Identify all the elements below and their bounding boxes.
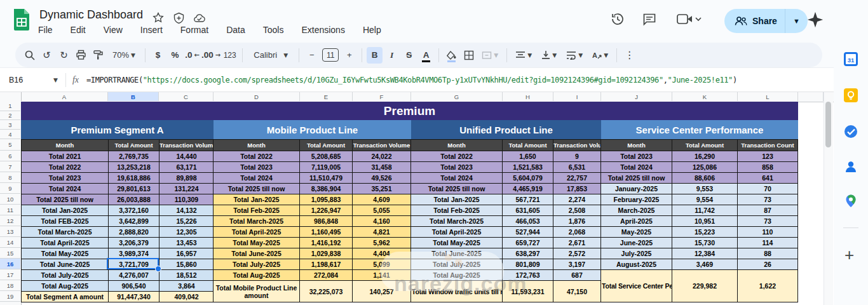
cell[interactable]: 29,801,613 (109, 184, 159, 194)
column-header-F[interactable]: F (353, 92, 411, 101)
cell[interactable]: Total Service Center Performance Amount (601, 270, 672, 302)
font-size-input[interactable]: 11 (322, 48, 339, 62)
column-caption[interactable]: Month (411, 140, 503, 151)
cell[interactable]: Total March-2025 (22, 227, 109, 238)
cell[interactable]: 906,540 (109, 281, 159, 292)
cell[interactable]: 24,022 (353, 151, 411, 162)
cell[interactable]: 659,727 (503, 238, 553, 248)
column-caption[interactable]: Total Amount (300, 140, 353, 151)
cell[interactable]: 32,225,073 (300, 281, 353, 302)
cell[interactable]: 70 (738, 184, 798, 194)
section-header-mobile-product-line[interactable]: Mobile Product Line (214, 120, 411, 139)
cell[interactable]: Total Feb-2025 (411, 205, 503, 216)
cell[interactable]: 466,053 (503, 216, 553, 227)
cell[interactable]: 1,029,838 (300, 248, 353, 259)
cell[interactable]: 73 (738, 194, 798, 205)
cell[interactable]: Total 2022 (214, 151, 300, 162)
cell[interactable]: 5,962 (353, 238, 411, 248)
share-button-main[interactable]: Share (724, 9, 785, 33)
cell[interactable]: Total June-2025 (214, 248, 300, 259)
column-header-D[interactable]: D (214, 92, 300, 101)
keep-icon[interactable] (844, 88, 858, 102)
cell[interactable]: 1,521,583 (503, 162, 553, 173)
cell[interactable]: 2,888,820 (109, 227, 159, 238)
column-caption[interactable]: Total Amount (109, 140, 159, 151)
cell[interactable]: Total 2025 till now (22, 194, 109, 205)
cell[interactable]: February-2025 (601, 194, 672, 205)
cell[interactable]: 6,531 (553, 162, 601, 173)
cell[interactable]: 3,197 (553, 259, 601, 270)
section-header-unified-product-line[interactable]: Unified Product Line (411, 120, 601, 139)
bold-button[interactable]: B (367, 47, 383, 64)
cell[interactable]: Total 2023 (22, 173, 109, 184)
row-header-16[interactable]: 16 (0, 259, 20, 269)
cell[interactable]: 10,951 (672, 216, 738, 227)
row-header-10[interactable]: 10 (0, 194, 20, 205)
cell[interactable]: 4,609 (353, 194, 411, 205)
column-header-J[interactable]: J (601, 92, 672, 101)
column-header-E[interactable]: E (300, 92, 353, 101)
cell[interactable]: 409,042 (159, 292, 214, 302)
format-percent-button[interactable]: % (167, 47, 183, 64)
menu-file[interactable]: File (37, 24, 54, 36)
menu-data[interactable]: Data (225, 24, 247, 36)
cell[interactable]: Total 2023 (214, 162, 300, 173)
text-rotation-button[interactable]: A ▼ (588, 47, 612, 64)
format-currency-button[interactable]: $ (150, 47, 166, 64)
search-button[interactable] (22, 47, 37, 64)
row-header-7[interactable]: 7 (0, 161, 20, 172)
cell[interactable]: 89,898 (159, 173, 214, 184)
cell[interactable]: Total 2025 till now (214, 184, 300, 194)
cell[interactable]: Total July-2025 (22, 270, 109, 281)
decrease-decimal-button[interactable]: .0← (184, 47, 200, 64)
column-header-I[interactable]: I (553, 92, 601, 101)
cell[interactable]: 1,160,495 (300, 227, 353, 238)
column-caption[interactable]: Transaction Count (738, 140, 798, 151)
cell[interactable]: 527,944 (503, 227, 553, 238)
cell[interactable]: 5,604,079 (503, 173, 553, 184)
tasks-icon[interactable] (844, 125, 858, 139)
number-format-button[interactable]: 123 (222, 47, 238, 64)
cell[interactable]: 2,508 (553, 205, 601, 216)
row-header-5[interactable]: 5 (0, 139, 20, 151)
cell[interactable]: Total June-2025 (22, 259, 109, 270)
cell[interactable]: 3,989,374 (109, 248, 159, 259)
cell[interactable]: Total Mobile Product Line amount (214, 281, 300, 302)
column-header-A[interactable]: A (21, 92, 108, 101)
column-header-H[interactable]: H (503, 92, 553, 101)
cell[interactable]: Total 2021 (22, 151, 109, 162)
sheets-logo-icon[interactable] (13, 8, 31, 34)
cell[interactable]: 3,372,160 (109, 205, 159, 216)
cell[interactable]: 2,274 (553, 194, 601, 205)
cell[interactable]: 2,671 (553, 238, 601, 248)
cell[interactable]: Total Segment A amount (22, 292, 109, 302)
vertical-align-button[interactable]: ▼ (537, 47, 561, 64)
meet-camera-icon[interactable] (676, 11, 702, 28)
cell[interactable]: April-2025 (601, 216, 672, 227)
cell[interactable]: Total 2023 (601, 151, 672, 162)
cell[interactable]: August-2025 (601, 259, 672, 270)
font-select[interactable]: Calibri▼ (247, 47, 294, 64)
italic-button[interactable]: I (384, 47, 400, 64)
cell[interactable]: 14,132 (159, 205, 214, 216)
cell[interactable]: Total Aug-2025 (214, 270, 300, 281)
cloud-saved-icon[interactable] (193, 12, 206, 25)
cell[interactable]: 12,384 (672, 248, 738, 259)
cell[interactable]: 49,526 (353, 173, 411, 184)
cell[interactable]: 15,860 (159, 259, 214, 270)
font-size-decrease-button[interactable]: − (304, 47, 320, 64)
cell[interactable]: Total Feb-2025 (214, 205, 300, 216)
menu-tools[interactable]: Tools (262, 24, 285, 36)
fill-handle[interactable] (155, 266, 161, 272)
cell[interactable]: 35,251 (353, 184, 411, 194)
cell[interactable]: Total Jan-2025 (214, 194, 300, 205)
row-header-9[interactable]: 9 (0, 183, 20, 194)
cell[interactable]: 22,757 (553, 173, 601, 184)
cell[interactable]: Total April-2025 (411, 227, 503, 238)
increase-decimal-button[interactable]: .00→ (201, 47, 220, 64)
cell[interactable]: 2,769,735 (109, 151, 159, 162)
cell[interactable]: 1,876 (553, 216, 601, 227)
name-box-caret[interactable]: ▼ (53, 77, 58, 83)
cell[interactable]: 801,809 (503, 259, 553, 270)
row-header-2[interactable]: 2 (0, 111, 20, 121)
